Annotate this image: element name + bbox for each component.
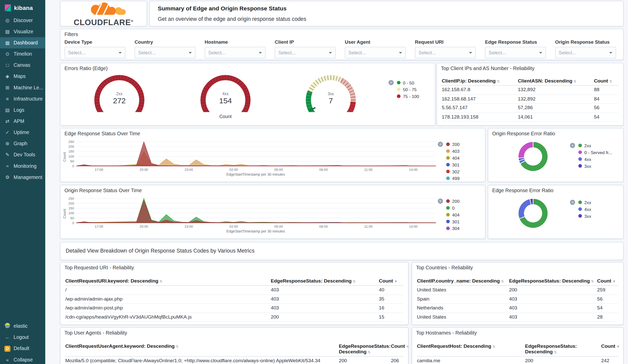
sidebar-footer: elastic ← Logout D Default « Collapse [0, 321, 45, 364]
legend-item[interactable]: 499 [446, 176, 460, 181]
column-header[interactable]: EdgeResponseStatus: Descending⇅ [525, 342, 601, 356]
column-header[interactable]: Count▼ [597, 277, 619, 285]
column-header[interactable]: Count▼ [391, 342, 409, 356]
legend-item[interactable]: 200 [446, 198, 460, 204]
filter-select[interactable]: Select... [135, 47, 196, 58]
sidebar-item[interactable]: ⊞ Machine Le... [0, 82, 45, 93]
sidebar-item[interactable]: ✎ Dev Tools [0, 149, 45, 160]
table-row[interactable]: /cdn-cgi/apps/head/xVgyKhR-vV3dAUGhMqfBc… [65, 313, 403, 322]
table-row[interactable]: camilia.me 200 242 [417, 357, 618, 364]
column-header[interactable]: Count▼ [379, 277, 403, 285]
sidebar-item[interactable]: ≈ Monitoring [0, 160, 45, 172]
table-row[interactable]: 5.56.57.147 57,286 56 [442, 104, 618, 112]
legend-label: 403 [452, 149, 460, 154]
table-row[interactable]: 162.158.67.8 132,892 88 [442, 86, 618, 94]
legend-item[interactable]: 3xx [578, 163, 612, 168]
table-body: United States 200 259 Spain 403 56 Nethe… [417, 286, 618, 322]
legend-item[interactable]: 50 - 75 [397, 87, 419, 92]
legend-item[interactable]: 3xx [578, 213, 591, 218]
column-header[interactable]: ClientRequestUserAgent.keyword: Descendi… [65, 342, 339, 356]
table-row[interactable]: 162.158.68.147 132,892 84 [442, 95, 618, 104]
table-row[interactable]: United States 200 259 [417, 286, 618, 295]
filters-title: Filters [65, 32, 78, 37]
sidebar-item[interactable]: ≡ Infrastructure [0, 93, 45, 104]
sidebar-item-default-space[interactable]: D Default [0, 343, 45, 354]
filter-select[interactable]: Select... [275, 47, 336, 58]
legend-label: 2xx [584, 143, 591, 148]
legend-item[interactable]: 0 [446, 205, 460, 210]
x-axis-label: EdgeStartTimestamp per 30 minutes [76, 172, 435, 176]
sidebar-item[interactable]: ⚙ Management [0, 172, 45, 183]
column-header[interactable]: EdgeResponseStatus: Descending⇅ [339, 342, 391, 356]
column-header[interactable]: EdgeResponseStatus: Descending⇅ [271, 277, 379, 285]
legend-item[interactable]: 404 [446, 212, 460, 217]
sidebar-item[interactable]: ✓ Uptime [0, 127, 45, 138]
legend-item[interactable]: 0 - 50 [397, 80, 419, 85]
filter-select[interactable]: Select... [205, 47, 266, 58]
column-header[interactable]: Count⇅ [594, 77, 618, 85]
legend-item[interactable]: 2xx [578, 143, 612, 148]
table-row[interactable]: Spain 403 56 [417, 295, 618, 304]
filter-select-placeholder: Select... [349, 50, 366, 55]
svg-text:272: 272 [113, 96, 126, 105]
legend-expand-icon[interactable]: » [388, 80, 394, 85]
filter-select[interactable]: Select... [485, 47, 546, 58]
legend-item[interactable]: 304 [446, 226, 460, 231]
column-header[interactable]: Count▼ [601, 342, 622, 356]
table-row[interactable]: /wp-admin/admin-ajax.php 403 35 [65, 295, 403, 304]
sidebar-item-elastic[interactable]: elastic [0, 321, 45, 332]
column-header[interactable]: EdgeResponseStatus: Descending⇅ [509, 277, 597, 285]
origin-status-area-chart[interactable]: 05010015020025017:0020:0023:0002:0005:00… [61, 197, 440, 229]
table-row[interactable]: /wp-admin/admin-post.php 403 16 [65, 304, 403, 313]
filter-control: Device Type Select... [65, 39, 125, 58]
dashboard-header-panel: Summary of Edge and Origin Response Stat… [149, 1, 624, 26]
filter-select[interactable]: Select... [415, 47, 476, 58]
sidebar-item-icon: ⊙ [4, 51, 10, 57]
legend-item[interactable]: 0 - Served fr... [578, 150, 612, 155]
kibana-logo[interactable]: kibana [0, 0, 45, 15]
legend-expand-icon[interactable]: » [438, 198, 443, 204]
filter-select[interactable]: Select... [555, 47, 616, 58]
column-header[interactable]: ClientIP.country_name: Descending⇅ [417, 277, 509, 285]
sidebar-item[interactable]: ▦ Dashboard [0, 37, 45, 48]
legend-item[interactable]: 404 [446, 155, 460, 160]
legend-item[interactable]: 75 - 100 [397, 94, 419, 99]
legend-item[interactable]: 403 [446, 148, 460, 154]
sidebar-item[interactable]: ⊛ Graph [0, 138, 45, 149]
sidebar-item-logout[interactable]: ← Logout [0, 332, 45, 343]
sidebar-item[interactable]: ⇄ APM [0, 116, 45, 127]
svg-text:7: 7 [329, 96, 333, 105]
filter-select[interactable]: Select... [65, 47, 125, 58]
table-row[interactable]: / 403 40 [65, 286, 403, 295]
legend-expand-icon[interactable]: » [438, 142, 443, 147]
sidebar-item[interactable]: ⊙ Timelion [0, 48, 45, 60]
column-header[interactable]: ClientIP.ip: Descending⇅ [442, 77, 518, 85]
sidebar-item-icon: ▤ [4, 107, 10, 113]
sidebar-item[interactable]: ▨ Visualize [0, 26, 45, 37]
legend-item[interactable]: 4xx [578, 206, 591, 211]
table-row[interactable]: United States 403 28 [417, 313, 618, 322]
sidebar-item-collapse[interactable]: « Collapse [0, 354, 45, 364]
table-row[interactable]: Mozilla/5.0 (compatible; CloudFlare-Alwa… [65, 357, 403, 364]
sidebar-item[interactable]: ◈ Maps [0, 71, 45, 82]
legend-item[interactable]: 301 [446, 219, 460, 224]
filter-select[interactable]: Select... [345, 47, 406, 58]
legend-item[interactable]: 4xx [578, 156, 612, 161]
column-header[interactable]: ClientRequestURI.keyword: Descending⇅ [65, 277, 271, 285]
column-header[interactable]: ClientRequestHost: Descending⇅ [417, 342, 525, 356]
table-row[interactable]: Netherlands 403 54 [417, 304, 618, 313]
legend-item[interactable]: 302 [446, 169, 460, 174]
column-header[interactable]: ClientASN: Descending⇅ [518, 77, 594, 85]
edge-error-ratio-donut[interactable] [511, 191, 556, 236]
edge-status-area-chart[interactable]: 05010015020025017:0020:0023:0002:0005:00… [61, 140, 440, 172]
sidebar-item[interactable]: ▤ Logs [0, 104, 45, 115]
table-row[interactable]: 178.128.193.158 14,061 54 [442, 113, 618, 122]
origin-error-ratio-donut[interactable] [511, 134, 556, 179]
legend-item[interactable]: 200 [446, 142, 460, 147]
legend-expand-icon[interactable]: » [570, 143, 575, 148]
sidebar-item[interactable]: □ Canvas [0, 60, 45, 71]
legend-expand-icon[interactable]: » [570, 200, 575, 205]
legend-item[interactable]: 2xx [578, 200, 591, 205]
sidebar-item[interactable]: ◎ Discover [0, 15, 45, 26]
legend-item[interactable]: 301 [446, 162, 460, 167]
